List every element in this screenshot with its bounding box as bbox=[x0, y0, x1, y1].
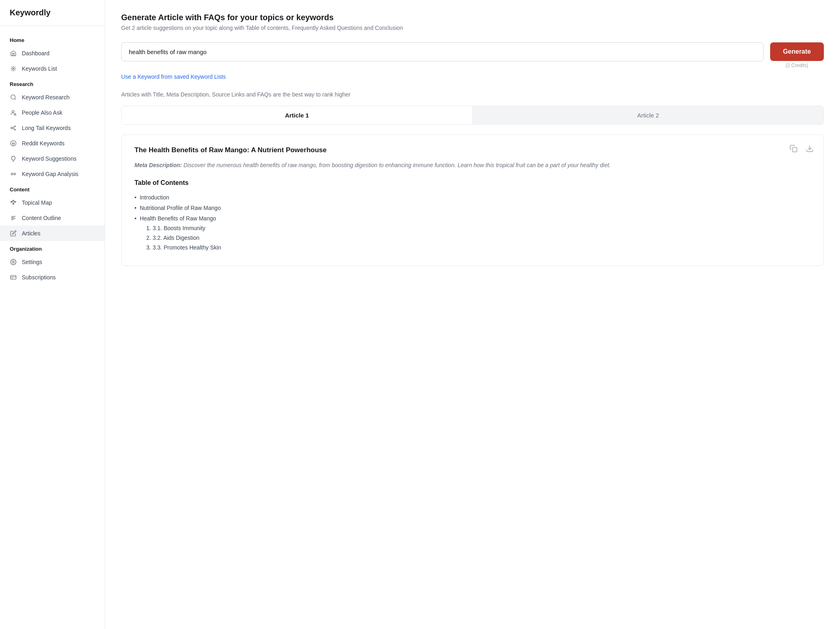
svg-point-9 bbox=[11, 95, 15, 99]
svg-point-36 bbox=[13, 261, 14, 263]
sidebar-item-dashboard[interactable]: Dashboard bbox=[0, 46, 105, 61]
sidebar-item-keywords-list-label: Keywords List bbox=[22, 65, 57, 72]
gear-icon bbox=[10, 258, 17, 266]
svg-rect-26 bbox=[13, 200, 14, 201]
tab-article2[interactable]: Article 2 bbox=[473, 106, 824, 124]
svg-point-20 bbox=[12, 143, 13, 144]
map-icon bbox=[10, 199, 17, 206]
sidebar-section-home: Home bbox=[0, 32, 105, 46]
app-logo: Keywordly bbox=[0, 0, 105, 26]
svg-point-11 bbox=[12, 111, 14, 113]
asterisk-icon bbox=[10, 65, 17, 72]
credits-label: (2 Credits) bbox=[785, 63, 808, 68]
bulb-icon bbox=[10, 155, 17, 162]
search-icon bbox=[10, 94, 17, 101]
sidebar-item-keyword-research-label: Keyword Research bbox=[22, 94, 69, 101]
sidebar-item-keywords-list[interactable]: Keywords List bbox=[0, 61, 105, 76]
keyword-link[interactable]: Use a Keyword from saved Keyword Lists bbox=[121, 73, 226, 80]
list-item: 3.3. Promotes Healthy Skin bbox=[153, 243, 221, 252]
svg-rect-27 bbox=[15, 201, 16, 203]
list-item: Nutritional Profile of Raw Mango bbox=[134, 203, 811, 213]
svg-rect-40 bbox=[793, 148, 797, 152]
svg-point-23 bbox=[14, 173, 15, 175]
svg-line-8 bbox=[14, 67, 15, 68]
svg-point-14 bbox=[11, 127, 13, 129]
svg-line-10 bbox=[15, 99, 16, 100]
list-item: 3.2. Aids Digestion bbox=[153, 233, 221, 243]
generate-btn-wrap: Generate (2 Credits) bbox=[770, 42, 824, 68]
article-title: The Health Benefits of Raw Mango: A Nutr… bbox=[134, 146, 811, 154]
page-subtitle: Get 2 article suggestions on your topic … bbox=[121, 25, 824, 31]
meta-description: Meta Description: Discover the numerous … bbox=[134, 161, 811, 170]
person-search-icon bbox=[10, 109, 17, 116]
card-actions bbox=[788, 143, 815, 156]
sidebar-item-people-also-ask-label: People Also Ask bbox=[22, 109, 62, 116]
hint-text: Articles with Title, Meta Description, S… bbox=[121, 91, 824, 98]
meta-label: Meta Description: bbox=[134, 162, 182, 168]
card-icon bbox=[10, 274, 17, 281]
toc-sublist: 3.1. Boosts Immunity 3.2. Aids Digestion… bbox=[140, 223, 221, 252]
house-icon bbox=[10, 50, 17, 57]
input-row: Generate (2 Credits) bbox=[121, 42, 824, 68]
article-card: The Health Benefits of Raw Mango: A Nutr… bbox=[121, 134, 824, 266]
svg-point-15 bbox=[15, 126, 16, 127]
keyword-input[interactable] bbox=[121, 42, 764, 61]
outline-icon bbox=[10, 214, 17, 222]
sidebar-item-reddit-keywords[interactable]: Reddit Keywords bbox=[0, 136, 105, 151]
main-content: Generate Article with FAQs for your topi… bbox=[105, 0, 840, 629]
svg-line-29 bbox=[12, 201, 13, 202]
sidebar-item-keyword-gap-analysis[interactable]: Keyword Gap Analysis bbox=[0, 166, 105, 182]
sidebar-item-subscriptions[interactable]: Subscriptions bbox=[0, 270, 105, 285]
page-title: Generate Article with FAQs for your topi… bbox=[121, 13, 824, 22]
sidebar-section-research: Research bbox=[0, 76, 105, 90]
sidebar-item-content-outline-label: Content Outline bbox=[22, 215, 61, 221]
sidebar-item-articles-label: Articles bbox=[22, 230, 40, 237]
svg-line-13 bbox=[16, 115, 16, 115]
sidebar-item-topical-map[interactable]: Topical Map bbox=[0, 195, 105, 210]
meta-text: Discover the numerous health benefits of… bbox=[182, 162, 610, 168]
sidebar-item-settings[interactable]: Settings bbox=[0, 254, 105, 270]
toc-title: Table of Contents bbox=[134, 179, 811, 187]
sidebar: Keywordly Home Dashboard Keywords bbox=[0, 0, 105, 629]
sidebar-content: Home Dashboard Keywords List Re bbox=[0, 26, 105, 291]
svg-rect-37 bbox=[10, 275, 16, 279]
article-tabs: Article 1 Article 2 bbox=[121, 106, 824, 125]
sidebar-item-keyword-suggestions[interactable]: Keyword Suggestions bbox=[0, 151, 105, 166]
svg-rect-28 bbox=[13, 203, 14, 204]
list-item: Introduction bbox=[134, 192, 811, 203]
sidebar-item-content-outline[interactable]: Content Outline bbox=[0, 210, 105, 226]
sidebar-item-long-tail-keywords-label: Long Tail Keywords bbox=[22, 125, 71, 131]
svg-point-22 bbox=[11, 173, 13, 175]
pencil-icon bbox=[10, 230, 17, 237]
svg-point-0 bbox=[13, 68, 14, 69]
list-item: 3.1. Boosts Immunity bbox=[153, 223, 221, 233]
sidebar-section-content: Content bbox=[0, 182, 105, 195]
svg-line-3 bbox=[11, 67, 13, 68]
list-item: Health Benefits of Raw Mango 3.1. Boosts… bbox=[134, 213, 811, 254]
sidebar-item-keyword-research[interactable]: Keyword Research bbox=[0, 90, 105, 105]
copy-button[interactable] bbox=[788, 143, 799, 156]
sidebar-item-settings-label: Settings bbox=[22, 259, 42, 265]
svg-line-7 bbox=[11, 69, 13, 71]
sidebar-item-dashboard-label: Dashboard bbox=[22, 50, 50, 57]
gap-icon bbox=[10, 170, 17, 178]
svg-line-4 bbox=[14, 69, 15, 71]
toc-list: Introduction Nutritional Profile of Raw … bbox=[134, 192, 811, 254]
svg-point-21 bbox=[14, 143, 14, 144]
tab-article1[interactable]: Article 1 bbox=[122, 106, 473, 124]
svg-rect-25 bbox=[11, 201, 12, 203]
sidebar-item-reddit-keywords-label: Reddit Keywords bbox=[22, 140, 65, 147]
long-tail-icon bbox=[10, 124, 17, 132]
sidebar-item-keyword-suggestions-label: Keyword Suggestions bbox=[22, 155, 76, 162]
svg-line-30 bbox=[14, 201, 15, 202]
reddit-icon bbox=[10, 140, 17, 147]
sidebar-item-subscriptions-label: Subscriptions bbox=[22, 274, 56, 281]
svg-point-16 bbox=[15, 129, 16, 130]
sidebar-item-articles[interactable]: Articles bbox=[0, 226, 105, 241]
generate-button[interactable]: Generate bbox=[770, 42, 824, 61]
sidebar-item-people-also-ask[interactable]: People Also Ask bbox=[0, 105, 105, 120]
download-button[interactable] bbox=[804, 143, 815, 156]
svg-point-12 bbox=[14, 113, 16, 115]
sidebar-item-long-tail-keywords[interactable]: Long Tail Keywords bbox=[0, 120, 105, 136]
sidebar-section-organization: Organization bbox=[0, 241, 105, 254]
